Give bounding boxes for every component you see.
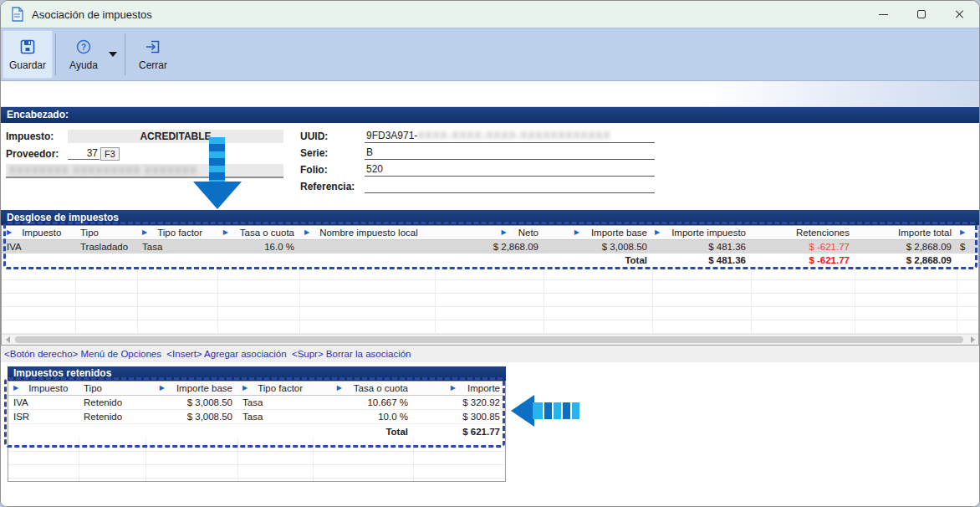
total-retenciones: $ -621.77 [751,254,855,267]
sort-arrow-icon [960,229,965,236]
uuid-input[interactable]: 9FD3A971-XXXX-XXXX-XXXX-XXXXXXXXXXXX [365,130,655,143]
scroll-left-icon[interactable] [2,335,13,345]
column-header-importe-base[interactable]: Importe base [544,226,652,239]
serie-input[interactable]: B [365,146,655,160]
cell-tasa-o-cuota: 10.0 % [313,410,413,423]
column-header-nombre-impuesto-local[interactable]: Nombre impuesto local [299,226,435,239]
sort-arrow-icon [451,385,456,392]
sort-arrow-icon [13,385,18,392]
svg-text:?: ? [81,43,86,52]
total-importe: $ 621.77 [413,424,505,438]
cell-importe: $ 300.85 [413,410,505,423]
gradient-strip [1,81,979,107]
column-header-clipped [957,226,978,239]
referencia-input[interactable] [365,180,655,193]
section-header-retenidos: Impuestos retenidos [8,366,506,381]
help-label: Ayuda [69,59,98,71]
help-icon: ? [74,38,93,56]
column-header-importe-base[interactable]: Importe base [145,382,237,395]
section-header-encabezado: Encabezado: [1,107,979,123]
desglose-data-row[interactable]: IVA Trasladado Tasa 16.0 % $ 2,868.09 $ … [2,240,978,254]
uuid-redacted: XXXX-XXXX-XXXX-XXXXXXXXXXXX [417,130,610,141]
serie-label: Serie: [300,147,365,159]
toolbar-separator [125,33,125,75]
exit-icon [144,38,162,56]
sort-arrow-icon [160,385,165,392]
proveedor-name-redacted: XXXXXXXX XXXXXXXXX XXXXXXX [9,165,197,177]
total-label: Total [544,254,652,267]
horizontal-scrollbar[interactable] [2,334,978,345]
column-header-retenciones[interactable]: Retenciones [751,226,855,239]
column-header-tasa-o-cuota[interactable]: Tasa o cuota [217,226,299,239]
proveedor-input[interactable]: 37 [68,147,100,160]
cell-retenciones: $ -621.77 [751,240,855,254]
cell-tasa-o-cuota: 10.667 % [313,396,413,409]
folio-label: Folio: [300,164,365,176]
proveedor-lookup-button[interactable]: F3 [100,147,120,161]
cell-neto: $ 2,868.09 [435,240,544,254]
cell-impuesto: IVA [2,240,75,254]
retenidos-table: Impuesto Tipo Importe base Tipo factor T… [8,381,506,482]
proveedor-name-field: XXXXXXXX XXXXXXXXX XXXXXXX [6,164,283,178]
column-header-impuesto[interactable]: Impuesto [2,226,75,239]
cell-tipo: Trasladado [75,240,137,254]
column-header-tipo-factor[interactable]: Tipo factor [137,226,217,239]
minimize-button[interactable] [864,1,902,28]
column-header-tipo[interactable]: Tipo [75,226,137,239]
desglose-empty-rows [2,267,978,334]
sort-arrow-icon [502,229,507,236]
column-header-importe-impuesto[interactable]: Importe impuesto [652,226,751,239]
toolbar: Guardar ? Ayuda Cerrar [1,28,979,81]
maximize-icon [917,10,926,18]
total-importe-impuesto: $ 481.36 [652,254,751,267]
column-header-tipo-factor[interactable]: Tipo factor [237,382,313,395]
close-window-button[interactable]: Cerrar [128,30,178,79]
cell-importe-base: $ 3,008.50 [145,396,237,409]
cell-importe: $ 320.92 [413,396,505,409]
retenidos-total-row: Total $ 621.77 [8,424,505,438]
retenidos-empty-rows [8,438,505,481]
impuesto-label: Impuesto: [6,131,68,142]
maximize-button[interactable] [902,1,941,28]
retenidos-data-row[interactable]: IVA Retenido $ 3,008.50 Tasa 10.667 % $ … [8,396,505,410]
scrollbar-thumb[interactable] [15,336,963,343]
sort-arrow-icon [574,229,579,236]
desglose-hint-bar: <Botón derecho> Menú de Opciones <Insert… [1,346,979,362]
cell-impuesto: ISR [8,410,79,423]
close-button[interactable] [941,1,979,28]
toolbar-separator [55,33,56,75]
scroll-right-icon[interactable] [967,335,978,345]
sort-arrow-icon [242,385,248,392]
cell-clipped: $ [957,240,978,254]
total-label: Total [313,424,413,438]
retenidos-zone: Impuestos retenidos Impuesto Tipo Import… [1,366,979,507]
desglose-total-row: Total $ 481.36 $ -621.77 $ 2,868.09 [2,254,978,267]
cell-importe-base: $ 3,008.50 [145,410,237,423]
cell-tipo: Retenido [79,396,145,409]
cell-importe-base: $ 3,008.50 [544,240,652,254]
sort-arrow-icon [7,229,12,236]
folio-input[interactable]: 520 [365,163,655,177]
desglose-hint-text: <Botón derecho> Menú de Opciones <Insert… [1,346,979,361]
retenidos-data-row[interactable]: ISR Retenido $ 3,008.50 Tasa 10.0 % $ 30… [8,410,505,424]
column-header-tipo[interactable]: Tipo [79,382,145,395]
column-header-importe-total[interactable]: Importe total [855,226,957,239]
close-icon [955,9,965,19]
column-header-tasa-o-cuota[interactable]: Tasa o cuota [313,382,413,395]
referencia-label: Referencia: [300,181,365,192]
cell-tipo-factor: Tasa [237,396,313,409]
help-button[interactable]: ? Ayuda [59,30,109,79]
save-icon [18,38,37,56]
close-label: Cerrar [139,59,167,71]
cell-nombre-impuesto-local [299,240,435,254]
sort-arrow-icon [655,229,660,236]
help-dropdown-button[interactable] [109,30,122,79]
column-header-impuesto[interactable]: Impuesto [8,382,79,395]
column-header-importe[interactable]: Importe [413,382,505,395]
column-header-neto[interactable]: Neto [435,226,544,239]
cell-tipo: Retenido [79,410,145,423]
encabezado-body: Impuesto: ACREDITABLE Proveedor: 37 F3 X… [1,123,979,210]
save-button[interactable]: Guardar [3,30,53,79]
sort-arrow-icon [142,229,147,236]
document-icon [11,7,23,22]
